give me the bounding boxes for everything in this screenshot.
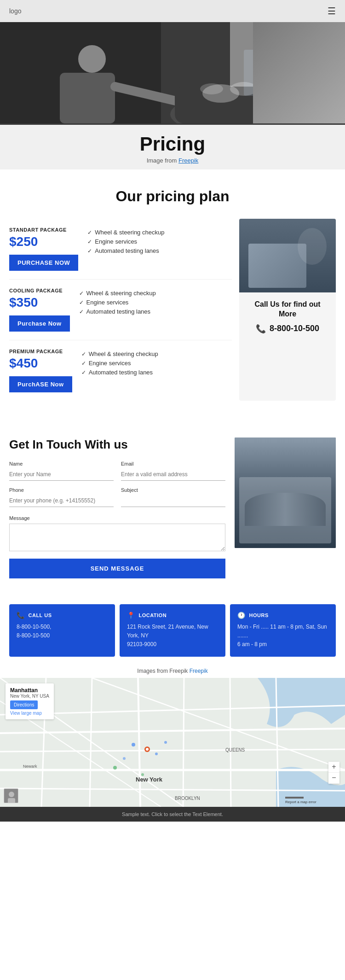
svg-point-34 [155, 752, 158, 755]
pricing-title: Our pricing plan [9, 188, 336, 205]
side-card-phone-row: 📞 8-800-10-500 [247, 324, 328, 334]
freepik-link[interactable]: Freepik [178, 157, 198, 164]
directions-button[interactable]: Directions [10, 700, 38, 709]
zoom-in-button[interactable]: + [328, 762, 339, 773]
svg-line-21 [183, 678, 184, 807]
package-row-1: STANDART PACKAGE $250 PURCHASE NOW Wheel… [9, 219, 232, 280]
location-line-1: 121 Rock Sreet, 21 Avenue, New York, NY [127, 623, 218, 640]
clock-icon: 🕐 [237, 612, 246, 619]
feature-2-2: Engine services [79, 299, 232, 306]
form-group-subject: Subject [121, 487, 225, 507]
map-zoom-controls: + − [328, 762, 339, 784]
menu-icon[interactable]: ☰ [328, 6, 336, 17]
purchase-btn-3[interactable]: PurchASE Now [9, 376, 72, 392]
feature-3-1: Wheel & steering checkup [81, 350, 232, 357]
feature-1-1: Wheel & steering checkup [87, 229, 232, 236]
feature-2-3: Automated testing lanes [79, 308, 232, 315]
info-cards: 📞 CALL US 8-800-10-500, 8-800-10-500 📍 L… [0, 597, 345, 664]
purchase-btn-1[interactable]: PURCHASE NOW [9, 255, 78, 271]
info-card-call: 📞 CALL US 8-800-10-500, 8-800-10-500 [9, 604, 115, 657]
package-info-3: PREMIUM PACKAGE $450 PurchASE Now [9, 349, 72, 392]
logo: logo [9, 7, 21, 15]
form-row-phone-subject: Phone Subject [9, 487, 225, 507]
package-features-3: Wheel & steering checkup Engine services… [81, 349, 232, 378]
footer-bar: Sample text. Click to select the Text El… [0, 807, 345, 822]
pricing-grid: STANDART PACKAGE $250 PURCHASE NOW Wheel… [9, 219, 336, 401]
purchase-btn-2[interactable]: Purchase Now [9, 315, 70, 332]
svg-point-37 [113, 766, 117, 770]
name-input[interactable] [9, 468, 114, 481]
call-line-2: 8-800-10-500 [17, 631, 108, 640]
svg-point-42 [9, 792, 14, 797]
form-group-phone: Phone [9, 487, 114, 507]
svg-point-38 [141, 773, 144, 776]
location-line-2: 92103-9000 [127, 640, 218, 649]
package-name-3: PREMIUM PACKAGE [9, 349, 72, 354]
zoom-out-button[interactable]: − [328, 773, 339, 784]
footer-text: Sample text. Click to select the Text El… [122, 811, 223, 817]
hours-card-header: 🕐 HOURS [237, 612, 328, 619]
svg-text:QUEENS: QUEENS [225, 747, 245, 752]
form-group-name: Name [9, 461, 114, 481]
svg-text:New York: New York [136, 776, 163, 783]
feature-3-3: Automated testing lanes [81, 369, 232, 376]
call-card-content: 8-800-10-500, 8-800-10-500 [17, 623, 108, 640]
package-name-1: STANDART PACKAGE [9, 227, 78, 233]
location-card-content: 121 Rock Sreet, 21 Avenue, New York, NY … [127, 623, 218, 649]
svg-text:BROOKLYN: BROOKLYN [175, 796, 200, 801]
svg-point-10 [200, 83, 223, 94]
form-group-email: Email [121, 461, 225, 481]
call-card-header: 📞 CALL US [17, 612, 108, 619]
subject-label: Subject [121, 487, 225, 493]
contact-title: Get In Touch With us [9, 438, 225, 452]
svg-text:Newark: Newark [23, 764, 37, 769]
message-label: Message [9, 515, 30, 521]
contact-section: Get In Touch With us Name Email Phone Su… [0, 419, 345, 597]
subject-input[interactable] [121, 495, 225, 507]
svg-rect-4 [60, 73, 115, 123]
side-card-phone: 8-800-10-500 [270, 324, 319, 333]
svg-rect-43 [8, 798, 15, 803]
map-streetview-icon[interactable] [4, 788, 18, 803]
package-row-3: PREMIUM PACKAGE $450 PurchASE Now Wheel … [9, 340, 232, 401]
freepik-images-link[interactable]: Freepik [190, 668, 208, 674]
svg-point-36 [164, 741, 167, 744]
svg-line-22 [230, 678, 231, 807]
call-line-1: 8-800-10-500, [17, 623, 108, 631]
side-card-body: Call Us for find out More 📞 8-800-10-500 [239, 292, 336, 341]
message-textarea[interactable] [9, 524, 225, 551]
package-price-2: $350 [9, 295, 70, 310]
form-row-name-email: Name Email [9, 461, 225, 481]
header: logo ☰ [0, 0, 345, 22]
package-features-1: Wheel & steering checkup Engine services… [87, 227, 232, 257]
phone-input[interactable] [9, 495, 114, 507]
package-price-3: $450 [9, 356, 72, 371]
email-input[interactable] [121, 468, 225, 481]
pricing-packages: STANDART PACKAGE $250 PURCHASE NOW Wheel… [9, 219, 232, 401]
hero-title: Pricing [9, 133, 336, 155]
hours-line-2: 6 am - 8 pm [237, 640, 328, 649]
svg-point-32 [146, 748, 149, 751]
view-large-map-link[interactable]: View large map [10, 711, 49, 716]
map-section: New York BROOKLYN QUEENS Newark Report a… [0, 678, 345, 807]
feature-2-1: Wheel & steering checkup [79, 290, 232, 297]
feature-1-3: Automated testing lanes [87, 247, 232, 254]
hours-line-1: Mon - Fri ..... 11 am - 8 pm, Sat, Sun .… [237, 623, 328, 640]
location-icon: 📍 [127, 612, 135, 619]
info-card-hours: 🕐 HOURS Mon - Fri ..... 11 am - 8 pm, Sa… [230, 604, 336, 657]
svg-point-3 [78, 45, 106, 73]
map-location-sub: New York, NY USA [10, 694, 49, 699]
contact-form-area: Get In Touch With us Name Email Phone Su… [9, 438, 225, 578]
svg-point-33 [132, 743, 135, 747]
side-card-title: Call Us for find out More [247, 300, 328, 319]
freepik-note: Images from Freepik Freepik [0, 664, 345, 678]
package-name-2: COOLING PACKAGE [9, 288, 70, 293]
send-message-button[interactable]: SEND MESSAGE [9, 559, 225, 578]
package-info-2: COOLING PACKAGE $350 Purchase Now [9, 288, 70, 332]
hero-section: Pricing Image from Freepik [0, 22, 345, 169]
pricing-section: Our pricing plan STANDART PACKAGE $250 P… [0, 169, 345, 419]
hero-subtitle: Image from Freepik [9, 157, 336, 164]
call-card-title: CALL US [29, 612, 52, 618]
package-row-2: COOLING PACKAGE $350 Purchase Now Wheel … [9, 280, 232, 340]
pricing-side-card: Call Us for find out More 📞 8-800-10-500 [239, 219, 336, 401]
